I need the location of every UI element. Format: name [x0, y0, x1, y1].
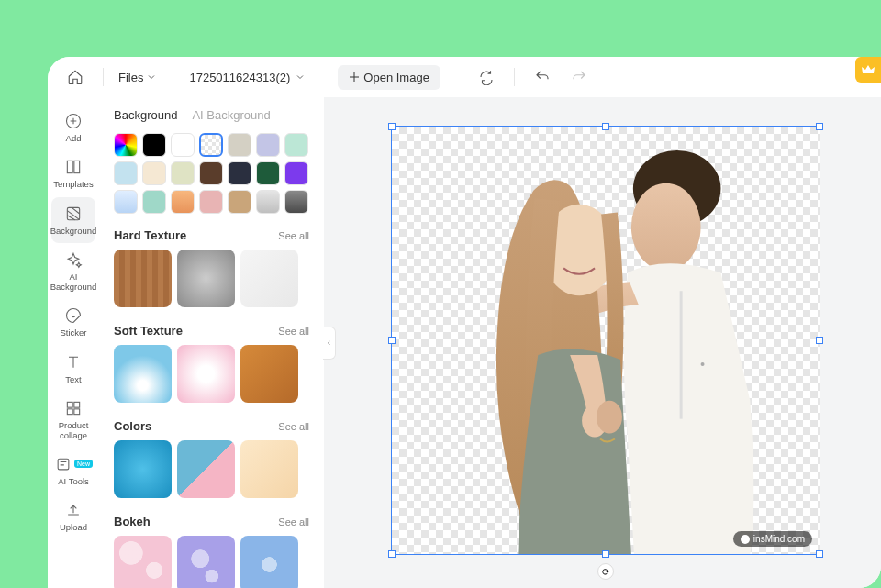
thumb-blue-bokeh[interactable]: [240, 536, 298, 588]
artboard[interactable]: insMind.com ⟳: [391, 126, 820, 555]
sidebar-item-label: Product collage: [48, 421, 99, 440]
chevron-down-icon: [147, 72, 156, 82]
sidebar-item-ai-background[interactable]: AI Background: [48, 243, 99, 299]
swatch-color[interactable]: [171, 190, 195, 214]
thumb-water[interactable]: [114, 345, 172, 403]
panel-tabs: Background AI Background: [114, 108, 309, 122]
tab-background[interactable]: Background: [114, 108, 177, 122]
sidebar-item-label: Text: [65, 375, 81, 384]
svg-point-10: [631, 183, 701, 272]
canvas-area[interactable]: ‹: [324, 97, 881, 588]
sidebar-item-sticker[interactable]: Sticker: [48, 299, 99, 345]
thumb-pink-bokeh[interactable]: [114, 536, 172, 588]
thumb-blue-grad[interactable]: [114, 440, 172, 498]
resize-handle-sw[interactable]: [388, 550, 396, 558]
filename-dropdown[interactable]: 1725011624313(2): [189, 71, 305, 84]
resize-handle-ne[interactable]: [816, 123, 823, 130]
swatch-color[interactable]: [142, 190, 166, 214]
swatch-color[interactable]: [228, 190, 251, 214]
color-swatches: [114, 133, 309, 214]
sidebar-item-label: Sticker: [60, 328, 86, 338]
plus-circle-icon: [64, 112, 83, 130]
thumb-marble[interactable]: [240, 250, 298, 307]
templates-icon: [64, 158, 83, 176]
sidebar-item-text[interactable]: Text: [48, 346, 99, 392]
svg-rect-8: [58, 459, 69, 470]
resize-handle-s[interactable]: [602, 550, 609, 558]
swatch-color[interactable]: [284, 161, 308, 185]
sidebar-item-label: Upload: [60, 523, 87, 532]
swatch-color[interactable]: [284, 133, 308, 157]
sync-button[interactable]: [474, 64, 499, 90]
resize-handle-e[interactable]: [816, 337, 823, 344]
new-badge: New: [74, 460, 93, 468]
thumb-peach[interactable]: [240, 440, 298, 498]
swatch-black[interactable]: [142, 133, 166, 157]
swatch-color[interactable]: [256, 133, 280, 157]
background-icon: [64, 205, 83, 223]
files-menu[interactable]: Files: [118, 71, 156, 84]
watermark-text: insMind.com: [753, 534, 805, 544]
undo-button[interactable]: [530, 64, 555, 90]
app-window: Files 1725011624313(2) Open Image: [48, 57, 881, 588]
sidebar-item-templates[interactable]: Templates: [48, 150, 99, 196]
sidebar-item-background[interactable]: Background: [51, 197, 95, 243]
swatch-transparent[interactable]: [199, 133, 223, 157]
thumb-pink-blue-diag[interactable]: [177, 440, 235, 498]
sidebar-item-upload[interactable]: Upload: [48, 494, 99, 539]
swatch-color[interactable]: [199, 161, 223, 185]
resize-handle-se[interactable]: [816, 550, 823, 558]
tab-ai-background[interactable]: AI Background: [192, 108, 270, 122]
svg-rect-1: [67, 161, 72, 173]
svg-rect-2: [74, 161, 80, 173]
svg-point-15: [597, 401, 622, 434]
swatch-color[interactable]: [284, 190, 308, 214]
thumb-pink-silk[interactable]: [177, 345, 235, 403]
crown-icon: [861, 62, 875, 77]
subject-image[interactable]: [392, 127, 820, 554]
see-all-colors[interactable]: See all: [278, 421, 309, 432]
swatch-color[interactable]: [114, 161, 138, 185]
swatch-color[interactable]: [228, 133, 251, 157]
background-panel: Background AI Background: [99, 97, 324, 588]
sidebar-item-add[interactable]: Add: [48, 105, 99, 150]
collapse-panel-handle[interactable]: ‹: [323, 327, 336, 360]
see-all-soft-texture[interactable]: See all: [278, 326, 309, 337]
swatch-color[interactable]: [199, 190, 223, 214]
swatch-rainbow[interactable]: [114, 133, 138, 157]
swatch-color[interactable]: [228, 161, 251, 185]
open-image-button[interactable]: Open Image: [338, 65, 440, 90]
ai-tools-icon: [54, 455, 72, 473]
sticker-icon: [64, 306, 83, 325]
thumb-purple-bokeh[interactable]: [177, 536, 235, 588]
section-title-bokeh: Bokeh: [114, 515, 151, 528]
swatch-color[interactable]: [256, 190, 280, 214]
thumb-concrete[interactable]: [177, 250, 235, 307]
swatch-color[interactable]: [171, 161, 195, 185]
sidebar-item-label: AI Background: [48, 272, 99, 292]
rotate-handle[interactable]: ⟳: [597, 563, 614, 580]
sidebar-item-product-collage[interactable]: Product collage: [48, 392, 99, 448]
filename-text: 1725011624313(2): [189, 71, 290, 84]
swatch-color[interactable]: [142, 161, 166, 185]
swatch-color[interactable]: [256, 161, 280, 185]
premium-badge[interactable]: [855, 57, 881, 83]
thumb-leather[interactable]: [240, 345, 298, 403]
swatch-gradient[interactable]: [114, 190, 138, 214]
section-title-hard-texture: Hard Texture: [114, 228, 186, 242]
see-all-hard-texture[interactable]: See all: [278, 230, 309, 241]
svg-rect-7: [74, 409, 80, 415]
text-icon: [64, 353, 83, 372]
resize-handle-n[interactable]: [602, 123, 609, 130]
resize-handle-w[interactable]: [388, 337, 396, 344]
section-title-soft-texture: Soft Texture: [114, 324, 183, 338]
grid-icon: [64, 399, 83, 417]
redo-button[interactable]: [566, 64, 592, 90]
thumb-wood[interactable]: [114, 250, 172, 307]
swatch-white[interactable]: [171, 133, 195, 157]
resize-handle-nw[interactable]: [388, 123, 396, 130]
home-button[interactable]: [62, 64, 88, 90]
watermark-icon: [741, 535, 750, 544]
sidebar-item-ai-tools[interactable]: New AI Tools: [48, 448, 99, 494]
see-all-bokeh[interactable]: See all: [278, 516, 309, 527]
